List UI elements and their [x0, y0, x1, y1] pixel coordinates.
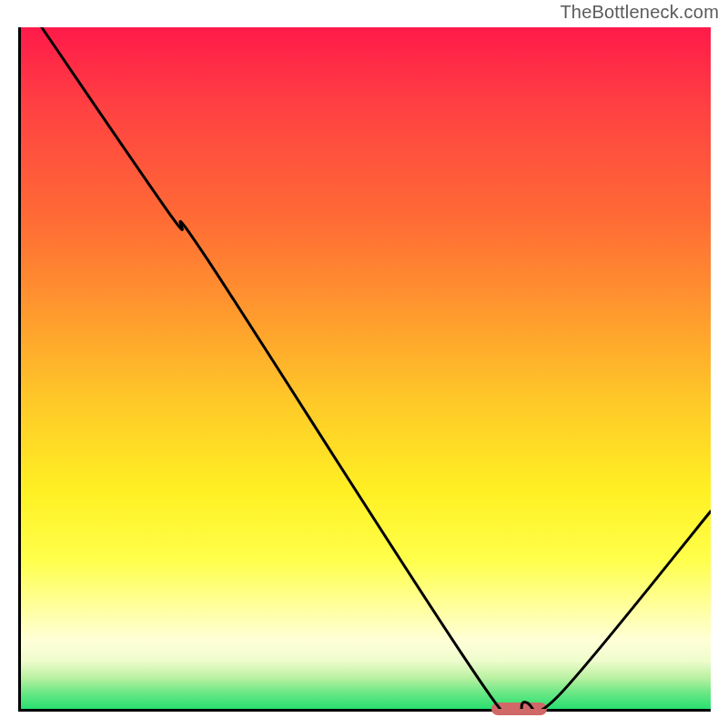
bottleneck-curve: [21, 27, 711, 709]
watermark-text: TheBottleneck.com: [560, 2, 719, 23]
chart-plot-area: [18, 27, 711, 712]
